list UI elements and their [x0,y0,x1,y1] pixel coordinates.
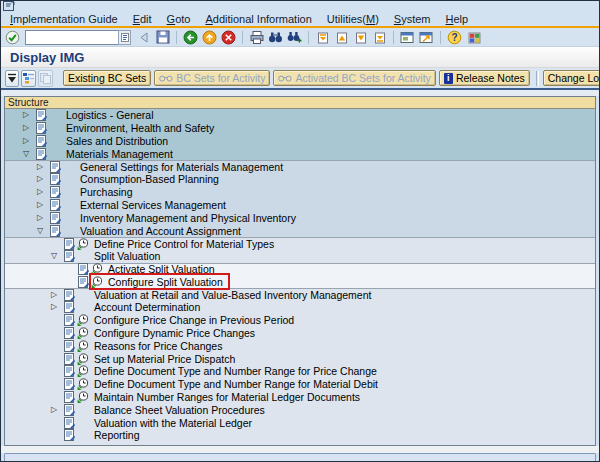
img-doc-icon[interactable] [64,353,77,365]
bc-sets-for-activity-button[interactable]: BC Sets for Activity [154,70,270,86]
page-up-icon[interactable] [333,29,350,45]
img-activity-icon[interactable] [77,327,94,339]
tree-item-configure-price-change-in-previous-period[interactable]: Configure Price Change in Previous Perio… [5,314,595,327]
tree-item-label[interactable]: Split Valuation [94,250,160,262]
tree-item-logistics-general[interactable]: ▷ Logistics - General [5,109,595,122]
tree-item-configure-split-valuation[interactable]: Configure Split Valuation [5,275,595,288]
img-doc-icon[interactable] [36,148,49,160]
img-doc-icon[interactable] [64,429,77,441]
img-doc-icon[interactable] [36,109,49,121]
page-down-icon[interactable] [352,29,369,45]
expand-arrow-icon[interactable]: ▷ [51,291,64,299]
expand-arrow-icon[interactable]: ▷ [37,214,50,222]
img-activity-icon[interactable] [77,391,94,403]
tree-item-label[interactable]: Valuation and Account Assignment [80,225,241,237]
expand-arrow-icon[interactable]: ▷ [37,163,50,171]
exit-icon[interactable] [201,29,218,45]
tree-item-label[interactable]: Consumption-Based Planning [80,173,219,185]
menu-system[interactable]: System [394,13,431,25]
tree-item-general-settings-for-materials-management[interactable]: ▷ General Settings for Materials Managem… [5,160,595,173]
expand-arrow-icon[interactable]: ▷ [23,111,36,119]
collapse-field-icon[interactable] [135,29,152,45]
find-icon[interactable] [267,29,284,45]
tree-item-label[interactable]: Logistics - General [66,109,154,121]
img-doc-icon[interactable] [36,122,49,134]
tree-item-label[interactable]: Materials Management [66,148,173,160]
img-doc-icon[interactable] [64,238,77,250]
existing-bc-sets-button[interactable]: Existing BC Sets [63,70,151,86]
create-shortcut-icon[interactable] [418,29,435,45]
img-doc-icon[interactable] [64,301,77,313]
tree-item-account-determination[interactable]: ▷ Account Determination [5,301,595,314]
expand-arrow-icon[interactable]: ▷ [51,406,64,414]
img-doc-icon[interactable] [36,135,49,147]
tree-item-inventory-management-and-physical-inventory[interactable]: ▷ Inventory Management and Physical Inve… [5,211,595,224]
img-doc-icon[interactable] [64,314,77,326]
copy-button[interactable] [38,70,53,87]
tree-item-define-document-type-and-number-range-for-material-debit[interactable]: Define Document Type and Number Range fo… [5,378,595,391]
tree-item-maintain-number-ranges-for-material-ledger-documents[interactable]: Maintain Number Ranges for Material Ledg… [5,391,595,404]
tree-item-label[interactable]: Environment, Health and Safety [66,122,214,134]
collapse-arrow-icon[interactable]: ▽ [37,227,50,235]
img-activity-icon[interactable] [77,238,94,250]
tree-item-label[interactable]: Activate Split Valuation [108,263,215,275]
img-activity-icon[interactable] [77,340,94,352]
menu-implementation-guide[interactable]: Implementation Guide [10,13,118,25]
tree-item-label[interactable]: Define Document Type and Number Range fo… [94,378,378,390]
collapse-arrow-icon[interactable]: ▽ [23,150,36,158]
tree-item-label[interactable]: Maintain Number Ranges for Material Ledg… [94,391,360,403]
tree-item-label[interactable]: Configure Price Change in Previous Perio… [94,314,294,326]
menu-edit[interactable]: Edit [133,13,152,25]
tree-item-materials-management[interactable]: ▽ Materials Management [5,147,595,160]
tree-item-label[interactable]: Sales and Distribution [66,135,168,147]
menu-additional-information[interactable]: Additional Information [205,13,311,25]
tree-item-set-up-material-price-dispatch[interactable]: Set up Material Price Dispatch [5,352,595,365]
tree-item-purchasing[interactable]: ▷ Purchasing [5,186,595,199]
tree-item-label[interactable]: Define Price Control for Material Types [94,238,274,250]
img-doc-icon[interactable] [50,225,63,237]
tree-item-label[interactable]: Reasons for Price Changes [94,340,222,352]
img-activity-icon[interactable] [77,314,94,326]
print-icon[interactable] [248,29,265,45]
expand-arrow-icon[interactable]: ▷ [37,188,50,196]
img-activity-icon[interactable] [91,276,108,288]
release-notes-button[interactable]: iRelease Notes [439,70,530,86]
expand-subtree-button[interactable] [5,70,19,87]
change-log-button[interactable]: Change Log [543,70,600,86]
find-next-icon[interactable] [286,29,303,45]
img-doc-icon[interactable] [64,391,77,403]
tree-item-label[interactable]: Account Determination [94,301,200,313]
img-doc-icon[interactable] [64,365,77,377]
tree-item-label[interactable]: Balance Sheet Valuation Procedures [94,404,265,416]
last-page-icon[interactable] [371,29,388,45]
menu-utilities-m[interactable]: Utilities(M) [327,13,379,25]
tree-item-label[interactable]: Set up Material Price Dispatch [94,353,235,365]
tree-item-valuation-with-the-material-ledger[interactable]: Valuation with the Material Ledger [5,416,595,429]
img-doc-icon[interactable] [50,186,63,198]
system-menu-icon[interactable] [3,1,16,11]
enter-icon[interactable] [4,29,21,45]
img-doc-icon[interactable] [64,378,77,390]
img-doc-icon[interactable] [50,161,63,173]
tree-item-sales-and-distribution[interactable]: ▷ Sales and Distribution [5,135,595,148]
tree-item-define-document-type-and-number-range-for-price-change[interactable]: Define Document Type and Number Range fo… [5,365,595,378]
collapse-arrow-icon[interactable]: ▽ [51,252,64,260]
tree-item-label[interactable]: Inventory Management and Physical Invent… [80,212,296,224]
tree-item-configure-dynamic-price-changes[interactable]: Configure Dynamic Price Changes [5,327,595,340]
img-activity-icon[interactable] [77,353,94,365]
tree-item-label[interactable]: Purchasing [80,186,133,198]
img-doc-icon[interactable] [78,276,91,288]
tree-item-label[interactable]: Reporting [94,429,140,441]
customize-icon[interactable] [465,29,482,45]
img-doc-icon[interactable] [64,250,77,262]
img-doc-icon[interactable] [64,340,77,352]
cancel-icon[interactable] [220,29,237,45]
tree-item-label[interactable]: Configure Split Valuation [108,276,223,288]
command-field-list-icon[interactable] [118,30,131,45]
img-activity-icon[interactable] [91,263,108,275]
save-icon[interactable] [154,29,171,45]
expand-arrow-icon[interactable]: ▷ [23,124,36,132]
tree-item-environment-health-and-safety[interactable]: ▷ Environment, Health and Safety [5,122,595,135]
tree-item-label[interactable]: Define Document Type and Number Range fo… [94,365,377,377]
tree-item-valuation-at-retail-and-value-based-inventory-management[interactable]: ▷ Valuation at Retail and Value-Based In… [5,288,595,301]
